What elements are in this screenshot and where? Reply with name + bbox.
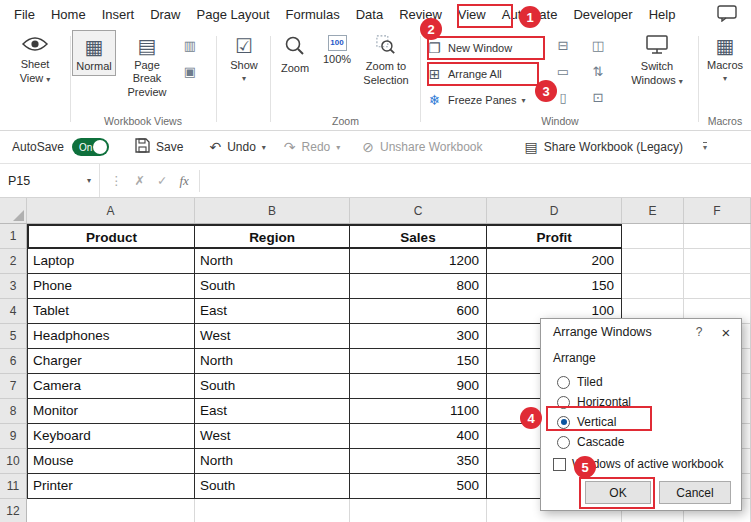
zoom-button[interactable]: Zoom: [273, 30, 317, 76]
cell-B4[interactable]: East: [195, 299, 350, 324]
cell-E1[interactable]: [622, 224, 684, 249]
cell-A5[interactable]: Headphones: [27, 324, 195, 349]
tab-page-layout[interactable]: Page Layout: [189, 0, 278, 30]
cell-F1[interactable]: [684, 224, 751, 249]
cell-B2[interactable]: North: [195, 249, 350, 274]
cell-F3[interactable]: [684, 274, 751, 299]
tab-file[interactable]: File: [6, 0, 43, 30]
column-header-E[interactable]: E: [622, 198, 684, 223]
row-number[interactable]: 7: [0, 374, 27, 399]
column-header-B[interactable]: B: [195, 198, 350, 223]
switch-windows-button[interactable]: Switch Windows ▾: [621, 30, 693, 89]
cell-A1[interactable]: Product: [27, 224, 195, 249]
column-header-F[interactable]: F: [684, 198, 751, 223]
tab-developer[interactable]: Developer: [565, 0, 640, 30]
custom-views-icon[interactable]: ▣: [178, 60, 202, 86]
dialog-close-icon[interactable]: ×: [711, 324, 741, 341]
row-number[interactable]: 5: [0, 324, 27, 349]
qat-overflow-icon[interactable]: ▾: [703, 142, 707, 152]
cell-C6[interactable]: 150: [350, 349, 487, 374]
cell-B9[interactable]: West: [195, 424, 350, 449]
formula-input[interactable]: [200, 164, 751, 197]
cell-D3[interactable]: 150: [487, 274, 622, 299]
sheet-view-button[interactable]: Sheet View ▾: [2, 30, 68, 87]
reset-window-position-icon[interactable]: ⊡: [575, 86, 621, 112]
row-number[interactable]: 8: [0, 399, 27, 424]
cell-F2[interactable]: [684, 249, 751, 274]
column-header-D[interactable]: D: [487, 198, 622, 223]
cell-E2[interactable]: [622, 249, 684, 274]
cell-B8[interactable]: East: [195, 399, 350, 424]
cell-C12[interactable]: [350, 499, 487, 522]
row-number[interactable]: 4: [0, 299, 27, 324]
page-break-preview-button[interactable]: ▤ Page Break Preview: [116, 30, 178, 101]
tab-draw[interactable]: Draw: [142, 0, 188, 30]
unshare-workbook-button[interactable]: ⊘ Unshare Workbook: [362, 139, 482, 155]
row-number[interactable]: 10: [0, 449, 27, 474]
cell-C4[interactable]: 600: [350, 299, 487, 324]
cell-B7[interactable]: South: [195, 374, 350, 399]
radio-tiled[interactable]: Tiled: [557, 373, 603, 391]
cell-A3[interactable]: Phone: [27, 274, 195, 299]
cell-B1[interactable]: Region: [195, 224, 350, 249]
enter-formula-icon[interactable]: ✓: [157, 173, 167, 188]
row-number[interactable]: 1: [0, 224, 27, 249]
cell-B10[interactable]: North: [195, 449, 350, 474]
column-header-C[interactable]: C: [350, 198, 487, 223]
page-layout-view-icon[interactable]: ▥: [178, 34, 202, 60]
cell-A12[interactable]: [27, 499, 195, 522]
cell-B11[interactable]: South: [195, 474, 350, 499]
row-number[interactable]: 12: [0, 499, 27, 522]
share-workbook-legacy-button[interactable]: ▤ Share Workbook (Legacy): [525, 139, 683, 155]
row-number[interactable]: 6: [0, 349, 27, 374]
tab-formulas[interactable]: Formulas: [278, 0, 348, 30]
comment-icon[interactable]: [717, 5, 737, 25]
cell-C11[interactable]: 500: [350, 474, 487, 499]
row-number[interactable]: 9: [0, 424, 27, 449]
cell-A10[interactable]: Mouse: [27, 449, 195, 474]
row-number[interactable]: 2: [0, 249, 27, 274]
cell-C10[interactable]: 350: [350, 449, 487, 474]
cell-B3[interactable]: South: [195, 274, 350, 299]
column-header-A[interactable]: A: [27, 198, 195, 223]
synchronous-scrolling-icon[interactable]: ⇅: [575, 60, 621, 86]
cell-A11[interactable]: Printer: [27, 474, 195, 499]
tab-home[interactable]: Home: [43, 0, 94, 30]
cell-C8[interactable]: 1100: [350, 399, 487, 424]
show-button[interactable]: ☑ Show ▾: [219, 30, 269, 85]
redo-button[interactable]: ↷ Redo ▾: [284, 139, 340, 155]
cell-A8[interactable]: Monitor: [27, 399, 195, 424]
row-number[interactable]: 3: [0, 274, 27, 299]
select-all-corner[interactable]: [0, 198, 27, 223]
radio-cascade[interactable]: Cascade: [557, 433, 624, 451]
split-icon[interactable]: ⊟: [551, 34, 575, 60]
cell-D1[interactable]: Profit: [487, 224, 622, 249]
cell-C5[interactable]: 300: [350, 324, 487, 349]
cell-A7[interactable]: Camera: [27, 374, 195, 399]
cell-C3[interactable]: 800: [350, 274, 487, 299]
insert-function-icon[interactable]: fx: [179, 173, 188, 189]
row-number[interactable]: 11: [0, 474, 27, 499]
cell-C9[interactable]: 400: [350, 424, 487, 449]
zoom-to-selection-button[interactable]: Zoom to Selection: [357, 30, 415, 89]
view-side-by-side-icon[interactable]: ◫: [575, 34, 621, 60]
autosave-toggle[interactable]: On: [72, 138, 109, 156]
cell-B5[interactable]: West: [195, 324, 350, 349]
cell-C1[interactable]: Sales: [350, 224, 487, 249]
cell-A6[interactable]: Charger: [27, 349, 195, 374]
zoom-100-button[interactable]: 100 100%: [317, 30, 357, 68]
cell-B6[interactable]: North: [195, 349, 350, 374]
cell-A9[interactable]: Keyboard: [27, 424, 195, 449]
tab-help[interactable]: Help: [641, 0, 684, 30]
cell-E3[interactable]: [622, 274, 684, 299]
cell-A4[interactable]: Tablet: [27, 299, 195, 324]
freeze-panes-button[interactable]: ❄ Freeze Panes ▾: [423, 88, 551, 112]
cancel-button[interactable]: Cancel: [659, 481, 731, 504]
tab-insert[interactable]: Insert: [94, 0, 143, 30]
name-box[interactable]: P15 ▾: [0, 164, 100, 197]
dialog-help-button[interactable]: ?: [687, 325, 711, 339]
normal-view-button[interactable]: ▦ Normal: [72, 30, 116, 76]
cell-B12[interactable]: [195, 499, 350, 522]
cell-C2[interactable]: 1200: [350, 249, 487, 274]
undo-button[interactable]: ↶ Undo ▾: [209, 139, 265, 155]
